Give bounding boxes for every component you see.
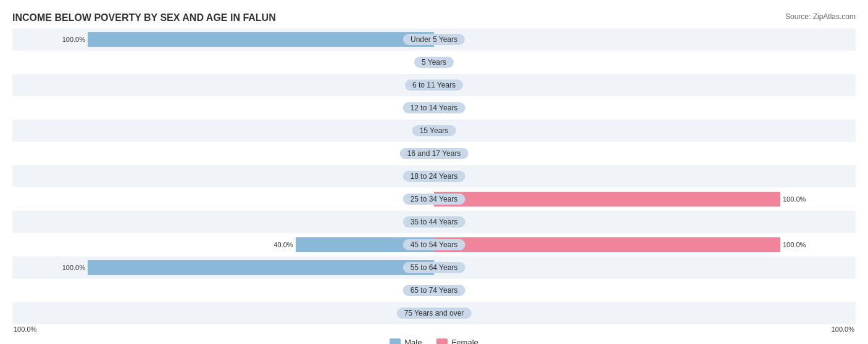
legend-male-label: Male	[404, 338, 422, 344]
row-label: 45 to 54 Years	[403, 239, 465, 250]
bar-row: 35 to 44 Years0.0%0.0%	[12, 211, 856, 233]
row-label: 12 to 14 Years	[403, 102, 465, 113]
legend-female: Female	[436, 338, 478, 344]
bar-row: 25 to 34 Years0.0%100.0%	[12, 188, 856, 210]
bar-row: 65 to 74 Years0.0%0.0%	[12, 279, 856, 301]
bar-row: 5 Years0.0%0.0%	[12, 51, 856, 73]
male-value: 100.0%	[62, 36, 85, 43]
chart-container: INCOME BELOW POVERTY BY SEX AND AGE IN F…	[0, 6, 868, 344]
chart-title: INCOME BELOW POVERTY BY SEX AND AGE IN F…	[12, 12, 276, 23]
legend-male: Male	[390, 338, 422, 344]
bar-row: 12 to 14 Years0.0%0.0%	[12, 97, 856, 119]
bottom-labels: 100.0% 100.0%	[12, 326, 856, 333]
bar-row: 55 to 64 Years100.0%0.0%	[12, 256, 856, 279]
female-value: 100.0%	[783, 241, 806, 248]
bottom-right-label: 100.0%	[832, 326, 854, 333]
row-label: 15 Years	[412, 125, 456, 136]
row-label: 25 to 34 Years	[403, 194, 465, 205]
bar-row: Under 5 Years100.0%0.0%	[12, 28, 856, 51]
bar-row: 6 to 11 Years0.0%0.0%	[12, 74, 856, 96]
row-label: 16 and 17 Years	[400, 148, 469, 159]
male-bar	[88, 32, 434, 47]
bar-row: 45 to 54 Years40.0%100.0%	[12, 234, 856, 256]
row-label: 18 to 24 Years	[403, 171, 465, 182]
male-value: 100.0%	[62, 264, 85, 271]
legend-female-box	[436, 338, 448, 345]
row-label: 6 to 11 Years	[405, 80, 463, 91]
legend: Male Female	[12, 338, 856, 344]
row-label: Under 5 Years	[403, 34, 465, 45]
male-bar	[88, 260, 434, 275]
chart-source: Source: ZipAtlas.com	[785, 12, 856, 21]
legend-female-label: Female	[451, 338, 478, 344]
bar-row: 75 Years and over0.0%0.0%	[12, 302, 856, 324]
bar-row: 16 and 17 Years0.0%0.0%	[12, 142, 856, 165]
chart-header: INCOME BELOW POVERTY BY SEX AND AGE IN F…	[12, 12, 856, 23]
bottom-left-label: 100.0%	[14, 326, 36, 333]
female-bar	[434, 192, 780, 207]
male-value: 40.0%	[273, 241, 293, 248]
bar-row: 18 to 24 Years0.0%0.0%	[12, 165, 856, 187]
row-label: 65 to 74 Years	[403, 285, 465, 296]
row-label: 35 to 44 Years	[403, 216, 465, 227]
row-label: 55 to 64 Years	[403, 262, 465, 273]
chart-area: Under 5 Years100.0%0.0%5 Years0.0%0.0%6 …	[12, 28, 856, 324]
female-bar	[434, 237, 780, 252]
row-label: 75 Years and over	[397, 308, 472, 319]
row-label: 5 Years	[414, 57, 454, 68]
legend-male-box	[390, 338, 401, 345]
female-value: 100.0%	[783, 195, 806, 203]
bar-row: 15 Years0.0%0.0%	[12, 120, 856, 142]
